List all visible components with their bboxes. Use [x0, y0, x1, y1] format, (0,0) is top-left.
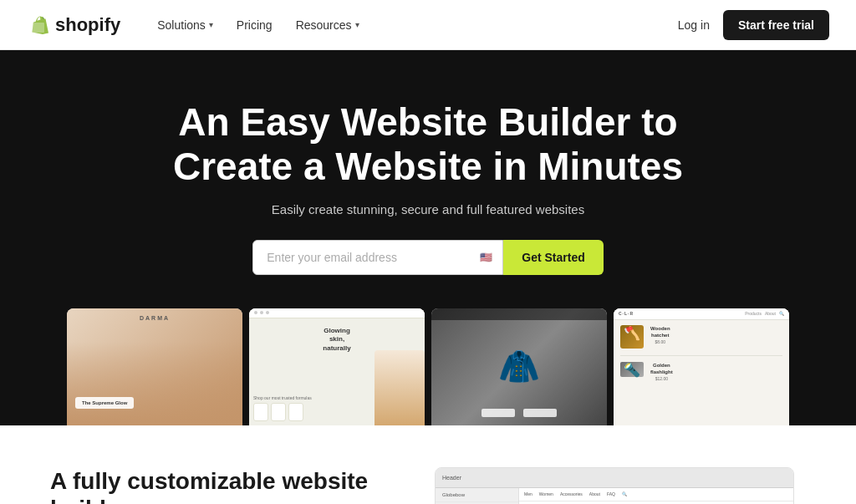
- bp-main: Men Women Accessories About FAQ 🔍 Sneake…: [519, 488, 793, 504]
- start-free-trial-button[interactable]: Start free trial: [723, 10, 829, 40]
- bp-header-label: Header: [442, 475, 461, 481]
- navbar: shopify Solutions ▾ Pricing Resources ▾ …: [0, 0, 856, 50]
- section2-title: A fully customizable website builder: [50, 467, 401, 504]
- hero-form: 🇺🇸 Get Started: [27, 240, 829, 275]
- get-started-button[interactable]: Get Started: [503, 240, 603, 275]
- section2-left: A fully customizable website builder Tho…: [50, 467, 401, 504]
- login-link[interactable]: Log in: [678, 18, 710, 32]
- hero-title: An Easy Website Builder to Create a Webs…: [135, 100, 721, 189]
- section2-right: Header Globebow Collection list Rich Tex…: [435, 467, 806, 504]
- screenshot-skincare: Glowingskin,naturally Shop our most trus…: [249, 308, 425, 425]
- email-input[interactable]: [252, 240, 503, 275]
- sc4-item1-name: Woodenhatchet: [650, 325, 670, 339]
- sc4-item2-price: $12.00: [650, 376, 673, 381]
- sc4-flashlight-icon: 🔦: [620, 362, 644, 377]
- solutions-chevron-icon: ▾: [209, 20, 213, 29]
- resources-chevron-icon: ▾: [355, 20, 359, 29]
- bp-sidebar: Globebow Collection list Rich Text: [436, 488, 519, 504]
- bp-header: Header: [436, 468, 793, 488]
- sc4-item2-name: Goldenflashlight: [650, 362, 673, 376]
- hero-subtitle: Easily create stunning, secure and full …: [27, 202, 829, 216]
- logo-text: shopify: [55, 14, 120, 36]
- sc4-nav: C·L·R ProductsAbout🔍: [614, 308, 789, 320]
- sc2-person: [374, 350, 425, 425]
- sc4-hatchet-icon: 🪓: [620, 325, 644, 349]
- sc2-products: [253, 403, 303, 421]
- sc3-controls: [482, 409, 557, 417]
- pricing-nav-link[interactable]: Pricing: [227, 12, 283, 38]
- hero-section: An Easy Website Builder to Create a Webs…: [0, 50, 856, 425]
- solutions-nav-link[interactable]: Solutions ▾: [147, 12, 223, 38]
- logo[interactable]: shopify: [27, 13, 120, 37]
- sc3-fashion-img: 🧥: [431, 308, 607, 425]
- builder-preview: Header Globebow Collection list Rich Tex…: [435, 467, 794, 504]
- resources-nav-link[interactable]: Resources ▾: [286, 12, 369, 38]
- sc1-faces: [67, 342, 242, 425]
- sc4-divider: [620, 355, 782, 356]
- sidebar-item-globebow[interactable]: Globebow: [436, 488, 518, 502]
- shopify-logo-icon: [27, 13, 50, 37]
- sc4-item2: 🔦 Goldenflashlight $12.00: [620, 362, 782, 381]
- sc4-item1: 🪓 Woodenhatchet $8.00: [620, 325, 782, 349]
- sc1-brand-label: DARMA: [140, 315, 170, 321]
- sc2-headline: Glowingskin,naturally: [323, 327, 350, 353]
- svg-rect-0: [33, 23, 44, 33]
- nav-links: Solutions ▾ Pricing Resources ▾: [147, 12, 678, 38]
- screenshot-hardware: C·L·R ProductsAbout🔍 🪓 Woodenhatchet $8.…: [614, 308, 789, 425]
- hero-screenshots: DARMA The Supreme Glow Glowingskin,natur…: [27, 308, 829, 425]
- sc4-brand-label: C·L·R: [619, 311, 634, 316]
- section2: A fully customizable website builder Tho…: [0, 425, 856, 504]
- sc4-item1-price: $8.00: [650, 339, 670, 344]
- sc1-overlay: The Supreme Glow: [75, 397, 134, 409]
- sc2-nav: [249, 308, 425, 318]
- screenshot-darma: DARMA The Supreme Glow: [67, 308, 242, 425]
- nav-actions: Log in Start free trial: [678, 10, 829, 40]
- email-input-wrapper: 🇺🇸: [252, 240, 503, 275]
- flag-icon: 🇺🇸: [476, 251, 495, 264]
- sc3-nav: [431, 308, 607, 320]
- screenshot-fashion: 🧥: [431, 308, 607, 425]
- bp-top-nav: Men Women Accessories About FAQ 🔍: [519, 488, 793, 501]
